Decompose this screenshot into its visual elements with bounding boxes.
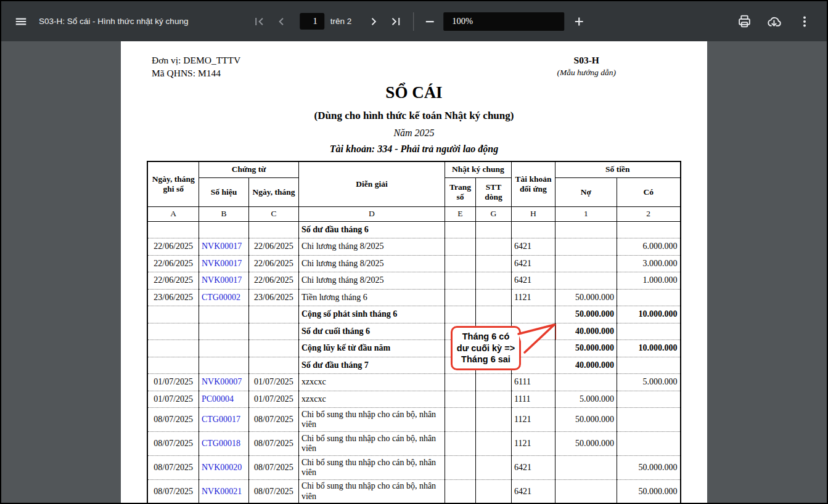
cell-account: 6421	[511, 238, 555, 256]
cell-journal-page	[445, 238, 475, 256]
cell-voucher-link[interactable]: CTG00018	[199, 432, 248, 456]
zoom-in-button[interactable]	[570, 13, 588, 30]
table-row: 22/06/2025NVK0001722/06/2025Chi lương th…	[147, 238, 680, 256]
zoom-out-button[interactable]	[421, 13, 438, 30]
hamburger-icon	[14, 15, 28, 28]
cell-journal-line	[475, 480, 511, 504]
cell-account: 1111	[511, 391, 555, 408]
callout-line: Tháng 6 sai	[461, 354, 510, 365]
cell-voucher-date: 22/06/2025	[248, 255, 298, 272]
cell-voucher-link[interactable]: NVK00020	[199, 456, 248, 480]
toolbar-divider	[413, 12, 414, 31]
table-row: 08/07/2025NVK0002008/07/2025Chi bổ sung …	[147, 456, 680, 480]
cell-voucher-link[interactable]: NVK00017	[199, 255, 248, 272]
cell-credit	[617, 357, 680, 374]
col-header-debit: Nợ	[555, 177, 617, 206]
table-row: 01/07/2025NVK0000701/07/2025xzxcxc61115.…	[147, 374, 680, 391]
cell-entry-date: 22/06/2025	[147, 272, 199, 290]
menu-icon[interactable]	[12, 13, 30, 30]
cell-journal-line	[475, 221, 511, 238]
col-header-credit: Có	[617, 177, 680, 206]
cell-journal-page	[445, 456, 475, 480]
cell-voucher-link	[199, 340, 248, 357]
cell-debit: 50.000.000	[555, 408, 617, 432]
table-row: 23/06/2025CTG0000223/06/2025Tiền lương t…	[147, 289, 680, 306]
form-code: S03-H	[557, 54, 616, 67]
cell-journal-page	[445, 432, 475, 456]
column-letter: 1	[555, 206, 617, 221]
cell-debit: 40.000.000	[555, 323, 617, 340]
print-button[interactable]	[736, 13, 753, 30]
report-title: SỔ CÁI	[121, 83, 707, 102]
column-letter: 2	[617, 206, 680, 221]
more-options-button[interactable]	[796, 13, 813, 30]
cell-entry-date	[147, 306, 199, 323]
cell-entry-date	[147, 340, 199, 357]
ledger-table: Ngày, tháng ghi sổ Chứng từ Diễn giải Nh…	[147, 161, 681, 504]
annotation-callout-tail	[511, 320, 562, 356]
cell-journal-page	[445, 408, 475, 432]
col-header-journal-line: STT dòng	[475, 177, 511, 206]
cell-entry-date: 08/07/2025	[147, 456, 199, 480]
previous-page-button[interactable]	[273, 13, 290, 30]
zoom-level-input[interactable]	[443, 12, 564, 31]
cell-voucher-link[interactable]: NVK00017	[199, 238, 248, 256]
table-row: Số dư đầu tháng 6	[147, 221, 680, 238]
cell-entry-date: 08/07/2025	[147, 408, 199, 432]
cell-debit: 40.000.000	[555, 357, 617, 374]
cell-journal-line	[475, 456, 511, 480]
cell-account: 1121	[511, 289, 555, 306]
page-number-input[interactable]	[300, 13, 324, 30]
cell-voucher-link[interactable]: NVK00007	[199, 374, 248, 391]
cell-debit: 50.000.000	[555, 340, 617, 357]
cell-journal-line	[475, 272, 511, 290]
next-page-button[interactable]	[365, 13, 382, 30]
kebab-menu-icon	[797, 14, 812, 29]
cell-credit: 50.000.000	[617, 480, 680, 504]
cell-account: 6421	[511, 272, 555, 290]
cell-voucher-date: 08/07/2025	[248, 408, 298, 432]
table-row: 08/07/2025CTG0001808/07/2025Chi bổ sung …	[147, 432, 680, 456]
cell-description: Cộng lũy kế từ đầu năm	[298, 340, 445, 357]
cell-account: 1121	[511, 408, 555, 432]
cell-voucher-link[interactable]: CTG00017	[199, 408, 248, 432]
cell-description: Chi bổ sung thu nhập cho cán bộ, nhân vi…	[298, 432, 445, 456]
cell-entry-date: 22/06/2025	[147, 238, 199, 256]
pdf-toolbar: S03-H: Sổ cái - Hình thức nhật ký chung …	[1, 1, 827, 41]
cell-voucher-link[interactable]: NVK00021	[199, 480, 248, 504]
viewer-canvas: Đơn vị: DEMO_TTTV Mã QHNS: M144 S03-H (M…	[1, 41, 827, 504]
download-button[interactable]	[766, 13, 783, 30]
cell-voucher-link[interactable]: CTG00002	[199, 289, 248, 306]
cell-debit	[555, 480, 617, 504]
cell-journal-page	[445, 306, 475, 323]
cell-entry-date	[147, 357, 199, 374]
cell-voucher-link[interactable]: NVK00017	[199, 272, 248, 290]
last-page-button[interactable]	[387, 13, 404, 30]
cell-voucher-link	[199, 221, 248, 238]
col-header-voucher-date: Ngày, tháng	[248, 177, 298, 206]
first-page-button[interactable]	[250, 13, 268, 30]
cell-journal-page	[445, 255, 475, 272]
cell-description: Chi bổ sung thu nhập cho cán bộ, nhân vi…	[298, 408, 445, 432]
cell-voucher-link[interactable]: PC00004	[199, 391, 248, 408]
cell-voucher-date: 01/07/2025	[248, 391, 298, 408]
qhns-code-line: Mã QHNS: M144	[152, 67, 240, 79]
cell-credit	[617, 432, 680, 456]
cell-account: 6111	[511, 374, 555, 391]
cell-journal-line	[475, 408, 511, 432]
cell-voucher-link	[199, 323, 248, 340]
table-row: 01/07/2025PC0000401/07/2025xzxcxc11115.0…	[147, 391, 680, 408]
chevron-right-icon	[366, 14, 381, 29]
ledger-table-head: Ngày, tháng ghi sổ Chứng từ Diễn giải Nh…	[147, 161, 680, 221]
cell-description: Chi lương tháng 8/2025	[298, 238, 445, 256]
col-header-voucher-group: Chứng từ	[199, 161, 298, 177]
table-row: Số dư đầu tháng 740.000.000	[147, 357, 680, 374]
cell-description: Cộng số phát sinh tháng 6	[298, 306, 445, 323]
cell-debit	[555, 374, 617, 391]
cell-journal-line	[475, 432, 511, 456]
annotation-callout: Tháng 6 có dư cuối kỳ => Tháng 6 sai	[451, 326, 521, 370]
report-subtitle: (Dùng cho hình thức kế toán Nhật ký chun…	[121, 109, 707, 123]
cell-voucher-date	[248, 340, 298, 357]
table-row: Cộng số phát sinh tháng 650.000.00010.00…	[147, 306, 680, 323]
cell-debit	[555, 221, 617, 238]
